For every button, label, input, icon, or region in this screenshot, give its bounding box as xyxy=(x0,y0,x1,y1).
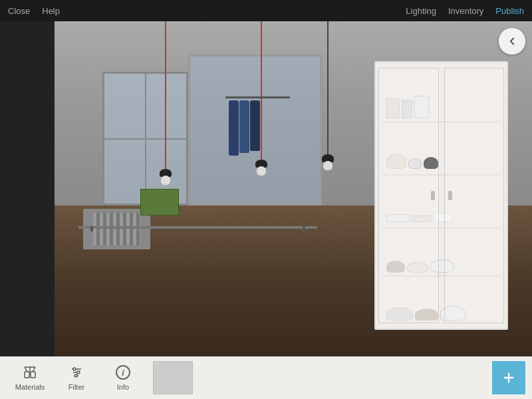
cabinet-door-left[interactable] xyxy=(378,68,439,323)
toolbar-materials[interactable]: Materials xyxy=(7,356,53,399)
filter-label: Filter xyxy=(68,383,84,391)
share-icon xyxy=(506,35,518,47)
svg-point-9 xyxy=(73,368,76,370)
add-button[interactable] xyxy=(492,361,525,394)
info-label: Info xyxy=(117,383,129,391)
cabinet-door-right[interactable] xyxy=(444,68,505,323)
inventory-button[interactable]: Inventory xyxy=(448,6,483,16)
svg-line-5 xyxy=(33,367,35,372)
cabinet-handle-left xyxy=(431,191,435,200)
materials-icon xyxy=(22,364,38,380)
viewport xyxy=(55,21,532,356)
toolbar-preview-thumbnail[interactable] xyxy=(153,361,193,394)
help-button[interactable]: Help xyxy=(42,6,60,16)
info-icon: i xyxy=(115,364,131,380)
toolbar-filter[interactable]: Filter xyxy=(53,356,100,399)
cabinet-handle-right xyxy=(448,191,452,200)
bottom-toolbar: Materials Filter i Info xyxy=(0,356,532,399)
publish-button[interactable]: Publish xyxy=(495,6,524,16)
plus-icon xyxy=(501,370,516,385)
jacket-1 xyxy=(229,100,239,156)
jacket-2 xyxy=(239,100,249,153)
jacket-3 xyxy=(250,100,260,151)
cabinet xyxy=(374,61,508,329)
toolbar-info[interactable]: i Info xyxy=(100,356,146,399)
lighting-button[interactable]: Lighting xyxy=(406,6,436,16)
left-panel xyxy=(0,21,55,356)
svg-rect-0 xyxy=(25,372,29,378)
clothing-rack xyxy=(221,88,293,189)
lamp-1 xyxy=(160,21,172,205)
top-bar: Close Help Lighting Inventory Publish xyxy=(0,0,532,21)
top-bar-left: Close Help xyxy=(8,6,60,16)
materials-label: Materials xyxy=(15,383,45,391)
box-on-table xyxy=(140,189,178,215)
filter-icon xyxy=(68,364,84,380)
work-table xyxy=(78,226,317,229)
room-scene xyxy=(55,21,532,356)
window-left xyxy=(102,72,188,206)
top-bar-right: Lighting Inventory Publish xyxy=(406,6,524,16)
lamp-3 xyxy=(322,21,334,205)
close-button[interactable]: Close xyxy=(8,6,30,16)
svg-point-10 xyxy=(77,371,80,374)
back-button[interactable] xyxy=(499,28,525,55)
svg-line-4 xyxy=(25,367,27,372)
svg-rect-1 xyxy=(31,372,35,378)
svg-point-11 xyxy=(74,374,77,377)
